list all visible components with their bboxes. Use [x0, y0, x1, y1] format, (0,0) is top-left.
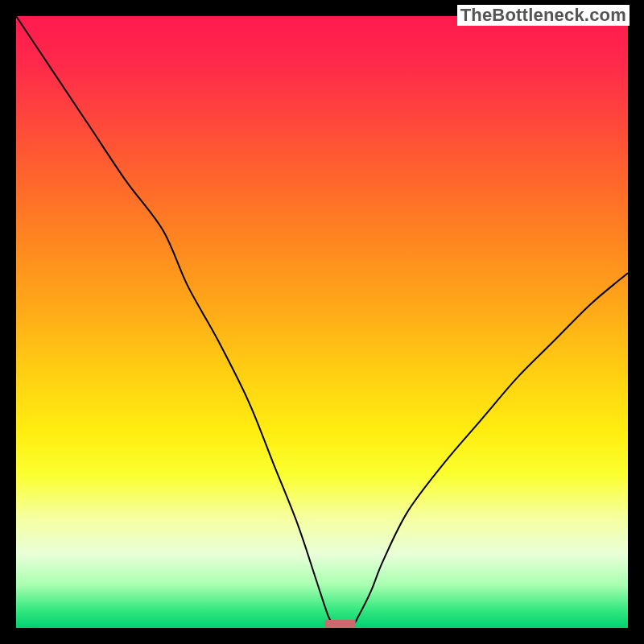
watermark-text: TheBottleneck.com [457, 5, 630, 26]
bottleneck-curve [16, 16, 628, 625]
optimal-marker [325, 620, 356, 627]
chart-overlay [16, 16, 628, 628]
chart-frame: TheBottleneck.com [0, 0, 644, 644]
